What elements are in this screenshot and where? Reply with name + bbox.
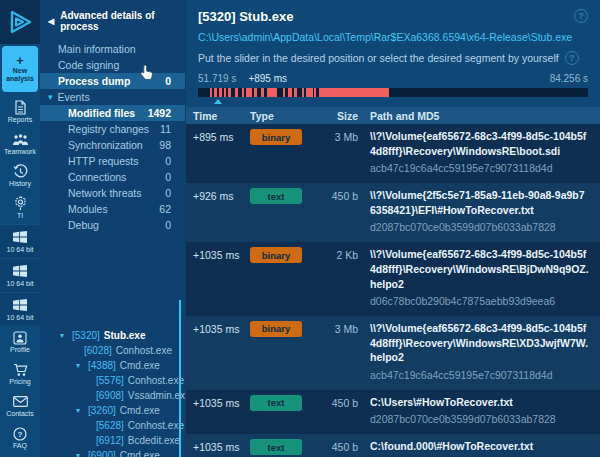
sidebar-item-teamwork[interactable]: Teamwork [0, 128, 40, 160]
tree-row-cmd[interactable]: ▾ [4388] Cmd.exe [40, 358, 185, 373]
menu-value: 62 [159, 203, 171, 215]
new-analysis-button[interactable]: + New analysis [2, 46, 38, 92]
menu-label: Connections [68, 171, 126, 183]
document-icon [14, 100, 27, 115]
tree-row-cmd[interactable]: ▾ [6900] Cmd.exe [40, 448, 185, 457]
timeline-labels: 51.719 s +895 ms 84.256 s [198, 73, 588, 84]
rail-item-label: 10 64 bit [7, 246, 34, 254]
tree-row-bcdedit[interactable]: [6912] Bcdedit.exe [40, 433, 185, 448]
help-icon[interactable]: ? [565, 51, 579, 65]
windows-icon [13, 264, 27, 279]
timeline-activity-segment [246, 88, 252, 97]
sidebar-header: ◀ Advanced details of process [40, 0, 185, 41]
process-pid: [6028] [84, 345, 112, 356]
menu-item-network-threats[interactable]: Network threats 0 [40, 185, 185, 201]
menu-item-modified-files[interactable]: Modified files 1492 [40, 105, 185, 121]
menu-value: 0 [165, 187, 171, 199]
chevron-down-icon[interactable]: ▾ [76, 406, 84, 415]
menu-item-http-requests[interactable]: HTTP requests 0 [40, 153, 185, 169]
timeline-marker[interactable] [214, 99, 222, 104]
sidebar-item-profile[interactable]: Profile [0, 326, 40, 358]
file-path: \\?\Volume{eaf65672-68c3-4f99-8d5c-104b5… [370, 248, 589, 289]
table-row[interactable]: +1035 ms text 450 b C:\Users\#HowToRecov… [186, 390, 600, 434]
vm-item-win10-1[interactable]: 10 64 bit [0, 224, 40, 258]
row-path: \\?\Volume{2f5c5e71-85a9-11eb-90a8-9a9b7… [358, 188, 600, 235]
sidebar-item-pricing[interactable]: Pricing [0, 358, 40, 390]
table-row[interactable]: +895 ms binary 3 Mb \\?\Volume{eaf65672-… [186, 124, 600, 183]
row-path: \\?\Volume{eaf65672-68c3-4f99-8d5c-104b5… [358, 129, 600, 176]
tree-scrollbar[interactable] [179, 300, 181, 457]
sidebar-item-history[interactable]: History [0, 160, 40, 192]
timeline-slider[interactable] [198, 88, 588, 97]
table-row[interactable]: +1035 ms text 450 b C:\found.000\#HowToR… [186, 434, 600, 457]
chevron-down-icon[interactable]: ▾ [76, 451, 84, 457]
details-sidebar: ◀ Advanced details of process Main infor… [40, 0, 185, 457]
file-md5: d2087bc070ce0b3599d07b6033ab7828 [370, 412, 590, 427]
process-path: C:\Users\admin\AppData\Local\Temp\Rar$EX… [198, 31, 588, 43]
table-row[interactable]: +926 ms text 450 b \\?\Volume{2f5c5e71-8… [186, 183, 600, 242]
menu-item-synchronization[interactable]: Synchronization 98 [40, 137, 185, 153]
sidebar-item-contacts[interactable]: Contacts [0, 390, 40, 422]
row-path: C:\Users\#HowToRecover.txtd2087bc070ce0b… [358, 395, 600, 427]
file-md5: acb47c19c6a4cc59195e7c9073118d4d [370, 368, 590, 383]
people-icon [12, 132, 29, 147]
chevron-down-icon[interactable]: ▾ [60, 331, 68, 340]
timeline-activity-segment [242, 88, 244, 97]
windows-icon [13, 298, 27, 313]
help-icon[interactable]: ? [574, 9, 588, 23]
menu-item-main-information[interactable]: Main information [40, 41, 185, 57]
sidebar-item-ti[interactable]: TI [0, 192, 40, 224]
menu-item-process-dump[interactable]: Process dump 0 [40, 73, 185, 89]
menu-item-modules[interactable]: Modules 62 [40, 201, 185, 217]
tree-row-conhost[interactable]: [5628] Conhost.exe [40, 418, 185, 433]
menu-item-code-signing[interactable]: Code signing [40, 57, 185, 73]
menu-value: 98 [159, 139, 171, 151]
tree-row-stub[interactable]: ▾ [5320] Stub.exe [40, 328, 185, 343]
table-row[interactable]: +1035 ms binary 2 Kb \\?\Volume{eaf65672… [186, 242, 600, 316]
timeline-activity-segment [210, 88, 213, 97]
file-path: \\?\Volume{2f5c5e71-85a9-11eb-90a8-9a9b7… [370, 189, 585, 216]
timeline-activity-segment [288, 88, 292, 97]
menu-item-connections[interactable]: Connections 0 [40, 169, 185, 185]
back-arrow-icon[interactable]: ◀ [48, 17, 54, 26]
timeline-activity-segment [224, 88, 227, 97]
menu-item-registry-changes[interactable]: Registry changes 11 [40, 121, 185, 137]
tree-row-cmd[interactable]: ▾ [3260] Cmd.exe [40, 403, 185, 418]
tree-row-conhost[interactable]: [5576] Conhost.exe [40, 373, 185, 388]
sidebar-item-faq[interactable]: ? FAQ [0, 422, 40, 454]
main-panel: [5320] Stub.exe ? C:\Users\admin\AppData… [185, 0, 600, 457]
timeline-offset: +895 ms [248, 73, 287, 84]
menu-item-debug[interactable]: Debug 0 [40, 217, 185, 233]
process-tree: ▾ [5320] Stub.exe [6028] Conhost.exe ▾ [… [40, 328, 185, 457]
timeline-start: 51.719 s [198, 73, 236, 84]
slider-instruction: Put the slider in the desired position o… [198, 52, 559, 64]
chevron-down-icon[interactable]: ▾ [76, 361, 84, 370]
menu-value: 0 [165, 219, 171, 231]
tree-row-conhost[interactable]: [6028] Conhost.exe [40, 343, 185, 358]
type-badge: binary [250, 321, 302, 337]
vm-item-win10-2[interactable]: 10 64 bit [0, 258, 40, 292]
app-logo[interactable] [0, 0, 40, 44]
table-row[interactable]: +1035 ms binary 3 Mb \\?\Volume{eaf65672… [186, 316, 600, 390]
file-path: C:\found.000\#HowToRecover.txt [370, 440, 533, 452]
timeline-activity-segment [261, 88, 263, 97]
tree-row-vssadmin[interactable]: [6908] Vssadmin.exe [40, 388, 185, 403]
row-time: +895 ms [193, 129, 250, 176]
menu-label: Modified files [68, 107, 135, 119]
sidebar-item-reports[interactable]: Reports [0, 96, 40, 128]
timeline-activity-segment [294, 88, 297, 97]
process-name: Cmd.exe [120, 405, 160, 416]
menu-value: 0 [165, 155, 171, 167]
row-time: +926 ms [193, 188, 250, 235]
rail-item-label: Teamwork [4, 148, 36, 156]
modified-files-table: Time Type Size Path and MD5 +895 ms bina… [186, 107, 600, 457]
menu-label: Events [58, 91, 90, 103]
page-title: [5320] Stub.exe [198, 9, 293, 24]
row-size: 450 b [312, 439, 358, 457]
menu-group-events[interactable]: ▾ Events [40, 89, 185, 105]
menu-label: Network threats [68, 187, 142, 199]
process-name: Cmd.exe [120, 360, 160, 371]
menu-value: 0 [165, 171, 171, 183]
vm-item-win10-3[interactable]: 10 64 bit [0, 292, 40, 326]
column-header-path: Path and MD5 [358, 110, 600, 122]
